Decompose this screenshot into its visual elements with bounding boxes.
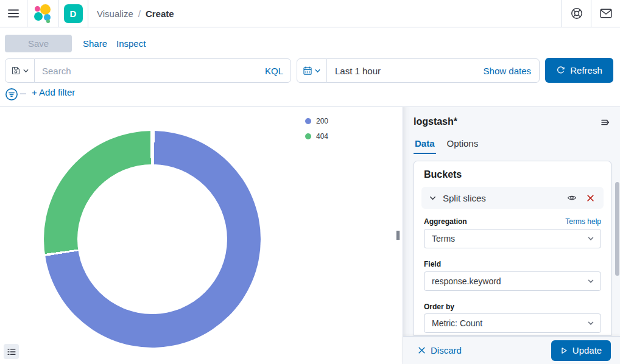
accordion-label: Split slices: [443, 193, 565, 203]
global-header: D Visualize / Create: [0, 0, 620, 27]
field-label: Field: [424, 260, 441, 268]
main-content: 200 404 logstash*: [0, 107, 620, 364]
mail-icon: [600, 9, 612, 18]
tab-data[interactable]: Data: [414, 137, 436, 154]
field-label-row: Field: [424, 260, 601, 268]
visualization-area: 200 404: [0, 107, 402, 364]
aggregation-label-row: Aggregation Terms help: [424, 217, 601, 226]
buckets-title: Buckets: [414, 161, 611, 180]
refresh-button[interactable]: Refresh: [545, 58, 613, 83]
breadcrumb: Visualize / Create: [88, 9, 183, 19]
editor-footer: Discard Update: [403, 336, 620, 364]
discard-button[interactable]: Discard: [418, 345, 462, 355]
chevron-down-icon: [429, 194, 437, 202]
query-language-button[interactable]: KQL: [265, 66, 283, 76]
refresh-label: Refresh: [570, 65, 602, 75]
menu-right-icon: [601, 117, 610, 127]
calendar-icon: [303, 66, 312, 75]
tab-options[interactable]: Options: [446, 137, 480, 154]
field-value: response.keyword: [432, 276, 501, 286]
eye-icon: [567, 193, 577, 203]
panel-resize-handle[interactable]: [396, 231, 400, 240]
editor-panel: logstash* Data Options Buckets: [403, 107, 620, 364]
add-filter-button[interactable]: + Add filter: [32, 87, 75, 97]
legend-swatch: [305, 118, 311, 124]
close-icon: [587, 194, 594, 202]
legend-item[interactable]: 200: [305, 117, 328, 125]
time-range-field: Last 1 hour Show dates: [326, 58, 540, 83]
elastic-logo[interactable]: [27, 0, 58, 27]
chevron-down-icon: [587, 320, 594, 327]
breadcrumb-separator: /: [138, 9, 141, 19]
collapse-panel-button[interactable]: [599, 116, 611, 128]
scrollbar-thumb[interactable]: [615, 182, 619, 276]
chevron-down-icon: [23, 68, 29, 74]
show-dates-button[interactable]: Show dates: [484, 66, 531, 76]
field-select[interactable]: response.keyword: [424, 271, 601, 291]
order-by-value: Metric: Count: [432, 318, 482, 328]
toggle-visibility-button[interactable]: [565, 191, 579, 205]
play-icon: [560, 347, 568, 354]
breadcrumb-visualize[interactable]: Visualize: [97, 9, 133, 19]
order-by-label-row: Order by: [424, 303, 601, 311]
help-menu-button[interactable]: [562, 0, 591, 27]
elastic-logo-icon: [33, 4, 52, 23]
time-range-value[interactable]: Last 1 hour: [335, 66, 381, 76]
legend-swatch: [305, 133, 311, 139]
buckets-card: Buckets Split slices: [414, 161, 611, 336]
save-query-icon: [11, 66, 21, 75]
terms-help-link[interactable]: Terms help: [565, 217, 601, 226]
split-slices-accordion[interactable]: Split slices: [421, 187, 604, 209]
newsfeed-button[interactable]: [591, 0, 620, 27]
chart-legend: 200 404: [305, 117, 328, 141]
breadcrumb-current: Create: [146, 9, 174, 19]
inspect-button[interactable]: Inspect: [116, 38, 146, 49]
panel-header: logstash*: [403, 107, 620, 128]
chevron-down-icon: [587, 235, 594, 242]
update-button[interactable]: Update: [551, 340, 611, 361]
search-field: KQL: [34, 58, 291, 83]
header-left: D Visualize / Create: [0, 0, 183, 27]
search-input[interactable]: [42, 66, 265, 76]
refresh-icon: [556, 66, 565, 75]
share-button[interactable]: Share: [83, 38, 107, 49]
donut-chart[interactable]: [44, 131, 261, 348]
filter-dash: [20, 93, 26, 94]
filter-icon: [5, 88, 18, 101]
date-picker-button[interactable]: [297, 58, 327, 83]
legend-item[interactable]: 404: [305, 132, 328, 141]
close-icon: [418, 346, 426, 354]
chevron-down-icon: [587, 278, 594, 285]
legend-label: 200: [316, 117, 328, 125]
saved-query-button[interactable]: [5, 58, 35, 83]
discard-label: Discard: [431, 345, 462, 355]
panel-tabs: Data Options: [403, 128, 620, 154]
remove-bucket-button[interactable]: [585, 192, 596, 204]
aggregation-value: Terms: [432, 234, 455, 243]
space-badge[interactable]: D: [64, 4, 83, 23]
query-bar: KQL Last 1 hour Show dates Refre: [0, 56, 620, 85]
order-by-select[interactable]: Metric: Count: [424, 313, 601, 333]
save-button[interactable]: Save: [5, 35, 72, 52]
update-label: Update: [572, 345, 602, 355]
chevron-down-icon: [314, 68, 321, 74]
list-icon: [7, 348, 16, 356]
filter-menu-button[interactable]: [5, 88, 18, 101]
space-selector: D: [58, 0, 88, 27]
filter-bar: + Add filter: [0, 85, 620, 107]
hamburger-icon: [8, 9, 19, 18]
app-window: D Visualize / Create: [0, 0, 620, 364]
menu-button[interactable]: [0, 0, 27, 27]
aggregation-select[interactable]: Terms: [424, 229, 601, 248]
header-right: [562, 0, 620, 27]
help-icon: [571, 7, 583, 19]
aggregation-label: Aggregation: [424, 217, 467, 226]
legend-toggle-button[interactable]: [4, 344, 19, 359]
order-by-label: Order by: [424, 303, 454, 311]
index-pattern-title: logstash*: [414, 116, 457, 127]
toolbar: Save Share Inspect: [0, 27, 620, 56]
legend-label: 404: [316, 132, 328, 141]
